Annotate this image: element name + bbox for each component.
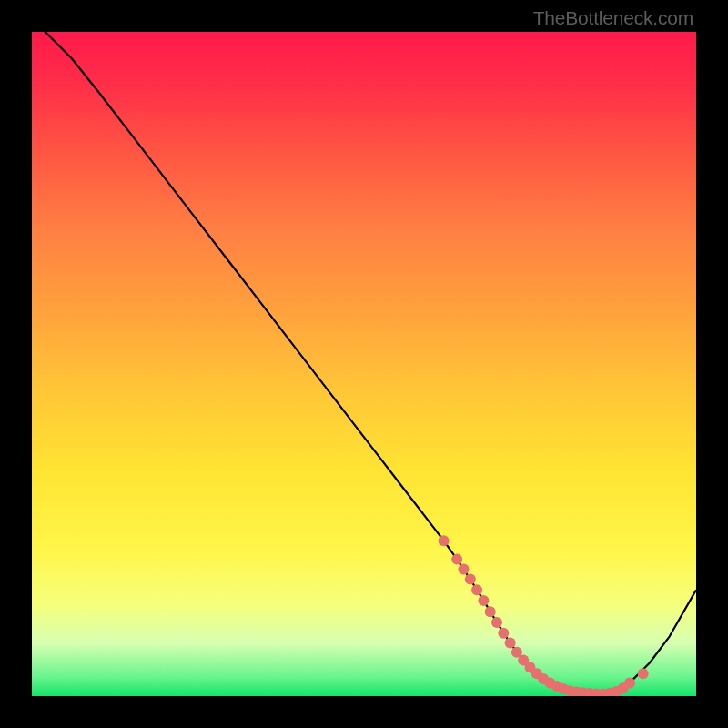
curve-marker — [459, 564, 470, 575]
curve-marker — [584, 688, 595, 696]
curve-marker — [451, 554, 462, 565]
curve-marker — [498, 628, 509, 639]
curve-marker — [551, 681, 562, 692]
chart-stage: TheBottleneck.com — [0, 0, 728, 728]
curve-marker — [478, 595, 489, 606]
curve-marker — [525, 662, 536, 673]
plot-area — [32, 32, 696, 696]
curve-marker — [465, 574, 476, 585]
curve-marker — [491, 617, 502, 628]
curve-marker — [618, 682, 629, 693]
curve-marker — [564, 685, 575, 696]
curve-marker — [611, 686, 622, 696]
curve-marker — [471, 584, 482, 595]
watermark-text: TheBottleneck.com — [533, 7, 693, 29]
curve-marker — [511, 647, 522, 658]
curve-marker — [518, 655, 529, 666]
curve-marker — [505, 638, 516, 649]
curve-marker — [558, 683, 569, 694]
bottleneck-curve — [32, 32, 696, 696]
curve-marker — [544, 677, 555, 688]
curve-marker — [485, 606, 496, 617]
curve-marker — [538, 673, 549, 684]
curve-marker — [531, 668, 542, 679]
curve-marker — [578, 687, 589, 696]
curve-marker — [638, 668, 649, 679]
curve-marker — [624, 677, 635, 688]
curve-marker — [571, 687, 582, 696]
curve-marker — [598, 689, 609, 696]
bottleneck-line — [32, 32, 696, 694]
curve-marker — [439, 535, 450, 546]
curve-marker — [604, 688, 615, 696]
curve-marker — [592, 688, 602, 696]
